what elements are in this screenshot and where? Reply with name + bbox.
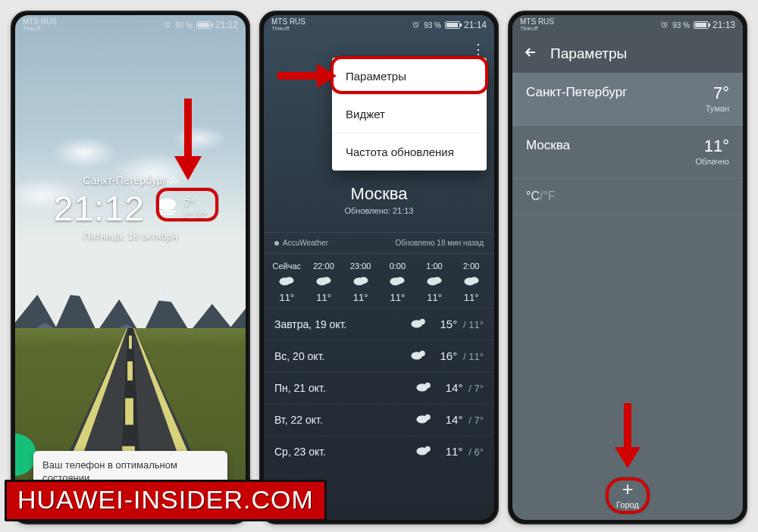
alarm-icon — [660, 20, 669, 30]
settings-titlebar: Параметры — [512, 35, 743, 73]
status-bar: MTS RUS Tinkoff 93 % 21:13 — [512, 15, 743, 35]
svg-point-26 — [396, 277, 405, 284]
status-time: 21:12 — [215, 20, 238, 30]
daily-forecast[interactable]: Завтра, 19 окт.15° / 11° Вс, 20 окт.16° … — [264, 308, 494, 467]
cloud-icon — [342, 274, 379, 288]
daily-row: Вт, 22 окт.14° / 7° — [264, 403, 494, 435]
alarm-icon — [163, 20, 171, 30]
daily-row: Пн, 21 окт.14° / 7° — [264, 371, 494, 403]
city-row[interactable]: Москва 11° Облачно — [512, 126, 743, 179]
weather-updated: Обновлено: 21:13 — [264, 206, 494, 215]
battery-percent: 93 % — [175, 21, 193, 30]
svg-rect-41 — [277, 72, 318, 80]
menu-item-widget[interactable]: Виджет — [332, 95, 487, 133]
svg-rect-6 — [129, 336, 132, 349]
phone-weather-app: MTS RUS Tinkoff 93 % 21:14 ⋮ Облачно Мос… — [259, 11, 499, 524]
cloud-night-icon — [410, 349, 427, 363]
status-bar: MTS RUS Tinkoff 93 % 21:14 — [264, 15, 494, 35]
cloud-icon — [379, 274, 416, 288]
svg-point-40 — [424, 446, 430, 452]
hourly-col: 1:0011° — [416, 261, 453, 303]
svg-rect-8 — [125, 398, 133, 424]
provider-dot-icon — [274, 241, 279, 246]
svg-rect-7 — [127, 361, 133, 380]
annotation-highlight — [156, 188, 218, 221]
menu-item-refresh-rate[interactable]: Частота обновления — [332, 133, 487, 171]
svg-point-20 — [285, 277, 294, 284]
phone-settings: MTS RUS Tinkoff 93 % 21:13 Параметры — [508, 11, 747, 524]
hourly-col: 0:0011° — [379, 261, 416, 303]
hourly-col: 22:0011° — [305, 261, 343, 303]
hourly-col: 23:0011° — [342, 261, 379, 303]
daily-row: Завтра, 19 окт.15° / 11° — [264, 308, 494, 340]
cloud-night-icon — [410, 317, 427, 331]
svg-point-32 — [419, 319, 424, 324]
svg-marker-2 — [156, 289, 173, 302]
settings-title: Параметры — [550, 45, 627, 62]
svg-marker-1 — [67, 285, 84, 296]
svg-point-28 — [433, 277, 442, 284]
hourly-forecast[interactable]: Сейчас11° 22:0011° 23:0011° 0:0011° 1:00… — [264, 254, 494, 308]
overflow-menu-button[interactable]: ⋮ — [471, 41, 485, 58]
annotation-arrow-icon — [174, 99, 202, 182]
carrier-sub: Tinkoff — [23, 26, 57, 32]
svg-marker-45 — [615, 447, 641, 468]
svg-rect-16 — [184, 99, 192, 158]
svg-point-38 — [424, 415, 430, 420]
battery-icon — [196, 21, 211, 29]
watermark: HUAWEI-INSIDER.COM — [5, 480, 327, 521]
city-row[interactable]: Санкт-Петербург 7° Туман — [512, 73, 743, 126]
battery-icon — [445, 21, 460, 29]
phone-lockscreen: MTS RUS Tinkoff 93 % 21:12 Санкт-Петербу… — [11, 11, 250, 524]
unit-toggle[interactable]: °C/°F — [512, 179, 743, 214]
annotation-arrow-icon — [615, 403, 641, 470]
daily-row: Ср, 23 окт.11° / 6° — [264, 435, 494, 467]
annotation-highlight — [330, 56, 488, 94]
wallpaper — [15, 15, 246, 520]
svg-marker-42 — [317, 64, 337, 88]
annotation-arrow-icon — [277, 64, 337, 88]
back-button[interactable] — [523, 45, 538, 64]
cloud-icon — [453, 274, 490, 288]
cloud-icon — [268, 274, 305, 288]
widget-clock: 21:12 — [54, 188, 145, 229]
hourly-col: 2:0011° — [453, 261, 490, 303]
annotation-highlight — [606, 477, 650, 514]
daily-row: Вс, 20 окт.16° / 11° — [264, 340, 494, 371]
provider-row: AccuWeather Обновлено 18 мин назад — [264, 232, 494, 254]
svg-rect-44 — [624, 403, 631, 449]
svg-point-22 — [322, 277, 331, 284]
svg-point-24 — [359, 277, 368, 284]
svg-marker-17 — [174, 156, 202, 180]
weather-city: Москва — [264, 184, 494, 204]
svg-point-34 — [419, 351, 424, 356]
svg-point-36 — [424, 383, 430, 388]
svg-point-30 — [469, 277, 478, 284]
hourly-col: Сейчас11° — [268, 261, 305, 303]
cloud-night-icon — [415, 412, 432, 427]
status-bar: MTS RUS Tinkoff 93 % 21:12 — [15, 15, 246, 35]
cloud-icon — [416, 274, 453, 288]
widget-city: Санкт-Петербург — [83, 174, 167, 186]
alarm-icon — [412, 20, 420, 30]
cloud-night-icon — [415, 380, 432, 395]
battery-icon — [694, 21, 709, 29]
city-list: Санкт-Петербург 7° Туман Москва 11° Обла… — [512, 73, 743, 179]
cloud-night-icon — [415, 444, 432, 458]
widget-date: Пятница, 18 октября — [15, 230, 246, 242]
cloud-icon — [305, 274, 343, 288]
